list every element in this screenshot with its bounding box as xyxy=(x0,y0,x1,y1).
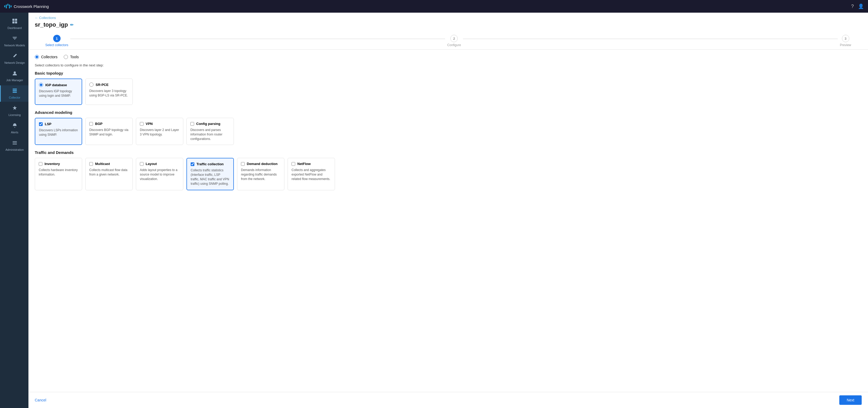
svg-rect-7 xyxy=(12,19,14,21)
svg-rect-2 xyxy=(9,4,10,7)
card-netflow[interactable]: NetFlow Collects and aggregates exported… xyxy=(287,158,335,190)
svg-rect-14 xyxy=(13,92,17,93)
sidebar-item-job-manager[interactable]: Job Manager xyxy=(0,68,28,84)
sr-pce-desc: Discovers layer 3 topology using BGP-LS … xyxy=(89,89,129,98)
licensing-icon xyxy=(12,106,18,112)
card-layout[interactable]: Layout Adds layout properties to a sourc… xyxy=(136,158,183,190)
dashboard-icon xyxy=(12,19,18,25)
breadcrumb[interactable]: ← Collections xyxy=(35,16,862,20)
netflow-label: NetFlow xyxy=(297,162,311,166)
sidebar-item-network-design[interactable]: Network Design xyxy=(0,51,28,67)
inventory-checkbox[interactable] xyxy=(39,162,42,166)
page-header: ← Collections sr_topo_igp ✏ 1 Select col… xyxy=(28,13,868,50)
card-lsp-header: LSP xyxy=(39,122,78,126)
edit-title-icon[interactable]: ✏ xyxy=(70,22,73,27)
multicast-label: Multicast xyxy=(95,162,110,166)
job-manager-icon xyxy=(12,70,18,77)
sidebar-label-network-models: Network Models xyxy=(4,44,25,47)
card-bgp[interactable]: BGP Discovers BGP topology via SNMP and … xyxy=(85,118,133,145)
sidebar-item-network-models[interactable]: Network Models xyxy=(0,33,28,50)
page-title-container: sr_topo_igp ✏ xyxy=(35,21,862,28)
bgp-label: BGP xyxy=(95,122,102,126)
svg-rect-1 xyxy=(6,4,7,7)
config-parsing-label: Config parsing xyxy=(196,122,220,126)
config-parsing-checkbox[interactable] xyxy=(190,122,194,126)
sidebar-item-dashboard[interactable]: Dashboard xyxy=(0,16,28,32)
lsp-checkbox[interactable] xyxy=(39,122,43,126)
demand-deduction-desc: Demands information regarding traffic de… xyxy=(241,168,280,181)
step-1-circle: 1 xyxy=(53,35,61,42)
page-title: sr_topo_igp xyxy=(35,21,68,28)
card-inventory[interactable]: Inventory Collects hardware inventory in… xyxy=(35,158,82,190)
card-traffic-collection[interactable]: Traffic collection Collects traffic stat… xyxy=(186,158,234,190)
netflow-desc: Collects and aggregates exported NetFlow… xyxy=(291,168,331,181)
card-sr-pce[interactable]: SR-PCE Discovers layer 3 topology using … xyxy=(85,79,133,105)
card-multicast[interactable]: Multicast Collects multicast flow data f… xyxy=(85,158,133,190)
traffic-demands-title: Traffic and Demands xyxy=(35,150,862,155)
basic-topology-cards: IGP database Discovers IGP topology usin… xyxy=(35,79,862,105)
svg-rect-13 xyxy=(13,90,17,91)
igp-label: IGP database xyxy=(45,83,67,87)
sidebar-item-collector[interactable]: Collector xyxy=(0,85,28,102)
bgp-checkbox[interactable] xyxy=(89,122,93,126)
section-description: Select collectors to configure in the ne… xyxy=(35,63,862,67)
radio-collectors-label: Collectors xyxy=(41,55,57,59)
card-demand-deduction[interactable]: Demand deduction Demands information reg… xyxy=(237,158,284,190)
vpn-checkbox[interactable] xyxy=(140,122,144,126)
card-inventory-header: Inventory xyxy=(39,162,78,166)
cancel-button[interactable]: Cancel xyxy=(35,396,46,404)
sidebar-label-licensing: Licensing xyxy=(8,113,21,116)
multicast-desc: Collects multicast flow data from a give… xyxy=(89,168,129,177)
card-lsp[interactable]: LSP Discovers LSPs information using SNM… xyxy=(35,118,82,145)
step-1-label: Select collectors xyxy=(45,43,68,47)
sidebar: Dashboard Network Models Network Design … xyxy=(0,13,28,408)
svg-rect-16 xyxy=(13,143,17,143)
sidebar-label-alerts: Alerts xyxy=(11,131,18,134)
vpn-desc: Discovers layer 2 and Layer 3 VPN topolo… xyxy=(140,128,179,137)
svg-rect-15 xyxy=(13,141,17,142)
user-icon[interactable]: 👤 xyxy=(858,3,864,9)
lsp-label: LSP xyxy=(45,122,51,126)
traffic-collection-checkbox[interactable] xyxy=(191,162,194,166)
radio-tools-input[interactable] xyxy=(64,55,68,59)
card-traffic-collection-header: Traffic collection xyxy=(191,162,230,166)
help-icon[interactable]: ? xyxy=(851,4,854,9)
card-config-parsing-header: Config parsing xyxy=(190,122,230,126)
svg-rect-17 xyxy=(13,144,17,144)
sr-pce-label: SR-PCE xyxy=(96,83,108,87)
sidebar-label-network-design: Network Design xyxy=(4,61,25,64)
svg-rect-10 xyxy=(15,21,17,24)
demand-deduction-checkbox[interactable] xyxy=(241,162,245,166)
sidebar-label-job-manager: Job Manager xyxy=(6,79,23,82)
sidebar-item-administration[interactable]: Administration xyxy=(0,138,28,154)
layout-label: Layout xyxy=(146,162,157,166)
card-vpn[interactable]: VPN Discovers layer 2 and Layer 3 VPN to… xyxy=(136,118,183,145)
top-nav-actions: ? 👤 xyxy=(851,3,864,9)
sidebar-item-alerts[interactable]: Alerts xyxy=(0,120,28,137)
layout-checkbox[interactable] xyxy=(140,162,144,166)
svg-rect-6 xyxy=(9,6,10,8)
radio-collectors-input[interactable] xyxy=(35,55,39,59)
card-sr-pce-header: SR-PCE xyxy=(89,83,129,87)
inventory-desc: Collects hardware inventory information. xyxy=(39,168,78,177)
app-brand: Crosswork Planning xyxy=(4,4,49,9)
sr-pce-radio[interactable] xyxy=(89,83,93,87)
svg-rect-0 xyxy=(7,4,8,6)
traffic-collection-label: Traffic collection xyxy=(196,162,224,166)
svg-rect-3 xyxy=(4,5,5,7)
step-2-label: Configure xyxy=(447,43,461,47)
sidebar-item-licensing[interactable]: Licensing xyxy=(0,103,28,119)
radio-collectors[interactable]: Collectors xyxy=(35,55,57,59)
radio-tools[interactable]: Tools xyxy=(64,55,79,59)
step-3-label: Preview xyxy=(840,43,851,47)
step-line-2 xyxy=(463,39,838,39)
step-1: 1 Select collectors xyxy=(45,35,68,47)
card-multicast-header: Multicast xyxy=(89,162,129,166)
netflow-checkbox[interactable] xyxy=(291,162,295,166)
next-button[interactable]: Next xyxy=(839,395,862,405)
card-config-parsing[interactable]: Config parsing Discovers and parses info… xyxy=(186,118,234,145)
igp-radio[interactable] xyxy=(39,83,43,87)
step-3-circle: 3 xyxy=(842,35,849,42)
multicast-checkbox[interactable] xyxy=(89,162,93,166)
card-igp-database[interactable]: IGP database Discovers IGP topology usin… xyxy=(35,79,82,105)
